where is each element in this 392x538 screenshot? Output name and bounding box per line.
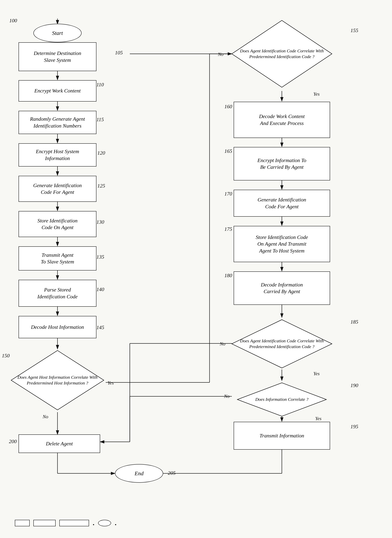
label-150-yes: Yes xyxy=(107,380,114,386)
ref-185: 185 xyxy=(350,319,358,325)
ref-190: 190 xyxy=(350,382,358,388)
node-160: Decode Work ContentAnd Execute Process xyxy=(234,102,330,138)
legend-small-box xyxy=(15,520,30,526)
label-185-yes: Yes xyxy=(313,371,320,376)
node-110: Encrypt Work Content xyxy=(19,80,96,102)
diamond-155: Does Agent Identification Code Correlate… xyxy=(230,19,334,89)
node-200: Delete Agent xyxy=(19,434,100,453)
ref-155: 155 xyxy=(350,28,358,33)
diamond-185: Does Agent Identification Code Correlate… xyxy=(230,318,334,370)
node-120: Encrypt Host SystemInformation xyxy=(19,143,96,167)
label-155-yes: Yes xyxy=(313,91,320,97)
ref-130: 130 xyxy=(96,219,104,225)
ref-180: 180 xyxy=(224,272,232,278)
legend-dot-2: . xyxy=(115,519,117,527)
ref-140: 140 xyxy=(96,286,104,292)
label-190-yes: Yes xyxy=(315,416,322,421)
diamond-190: Does Information Correlate ? xyxy=(235,381,328,418)
start-node: Start xyxy=(33,24,82,42)
node-115: Randomly Generate AgentIdentification Nu… xyxy=(19,111,96,134)
legend-oval xyxy=(98,520,111,526)
ref-195: 195 xyxy=(350,424,358,430)
node-175: Store Identification CodeOn Agent And Tr… xyxy=(234,226,330,262)
ref-135: 135 xyxy=(96,254,104,260)
node-195: Transmit Information xyxy=(234,422,330,450)
ref-165: 165 xyxy=(224,148,232,154)
node-105: Determine DestinationSlave System xyxy=(19,42,96,71)
label-155-no: No xyxy=(218,52,224,57)
ref-170: 170 xyxy=(224,191,232,197)
node-180: Decode InformationCarried By Agent xyxy=(234,271,330,305)
label-150-no: No xyxy=(43,414,48,419)
ref-145: 145 xyxy=(96,324,104,330)
end-node: End xyxy=(115,464,163,483)
node-140: Parse StoredIdentification Code xyxy=(19,280,96,307)
ref-200: 200 xyxy=(9,438,17,444)
ref-205: 205 xyxy=(168,470,176,476)
legend: . . xyxy=(15,519,117,527)
ref-125: 125 xyxy=(97,183,105,189)
flowchart-diagram: 100 Start 105 Determine DestinationSlave… xyxy=(0,0,392,538)
node-130: Store IdentificationCode On Agent xyxy=(19,211,96,237)
diamond-150: Does Agent Host Information Correlate Wi… xyxy=(9,349,106,412)
node-145: Decode Host Information xyxy=(19,316,96,338)
legend-large-box xyxy=(59,520,89,526)
label-190-no: No xyxy=(224,394,229,399)
ref-105: 105 xyxy=(115,50,123,56)
ref-100: 100 xyxy=(9,18,17,24)
ref-175: 175 xyxy=(224,226,232,232)
ref-150: 150 xyxy=(2,353,10,359)
ref-120: 120 xyxy=(97,150,105,156)
node-125: Generate IdentificationCode For Agent xyxy=(19,176,96,202)
node-170: Generate IdentificationCode For Agent xyxy=(234,190,330,217)
ref-115: 115 xyxy=(96,117,104,123)
ref-110: 110 xyxy=(96,82,104,88)
node-135: Transmit AgentTo Slave System xyxy=(19,246,96,271)
node-165: Encrypt Information ToBe Carried By Agen… xyxy=(234,147,330,181)
label-185-no: No xyxy=(220,341,225,347)
ref-160: 160 xyxy=(224,104,232,110)
legend-dot: . xyxy=(93,519,94,527)
legend-medium-box xyxy=(33,520,56,526)
